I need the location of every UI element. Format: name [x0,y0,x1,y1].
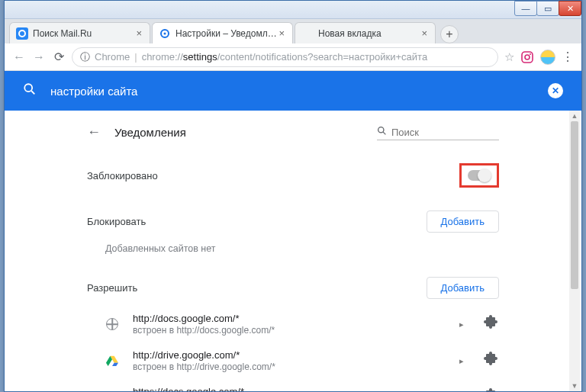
site-embed: встроен в http://drive.google.com/* [133,361,459,372]
site-url: http://docs.google.com/* [133,313,459,324]
svg-point-5 [525,55,530,59]
block-section-label: Блокировать [87,216,427,227]
svg-point-7 [24,84,32,92]
tab-title: Настройки – Уведомления [175,28,277,39]
settings-search-query[interactable]: настройки сайта [50,85,548,98]
svg-point-9 [378,127,384,133]
browser-tab[interactable]: Новая вкладка × [295,22,436,43]
panel-search[interactable] [377,124,499,140]
notifications-toggle[interactable] [468,170,491,181]
browser-toolbar: ← → ⟳ ⓘ Chrome | chrome://settings/conte… [5,43,581,71]
tab-title: Поиск Mail.Ru [33,28,134,39]
address-bar[interactable]: ⓘ Chrome | chrome://settings/content/not… [72,47,498,67]
svg-line-10 [383,132,385,134]
menu-icon[interactable]: ⋮ [562,50,574,64]
browser-tab[interactable]: Поиск Mail.Ru × [9,22,150,43]
extension-icon[interactable] [482,352,499,371]
tab-title: Новая вкладка [318,28,420,39]
svg-rect-4 [522,52,533,63]
back-button[interactable]: ← [12,50,26,64]
tab-close-icon[interactable]: × [420,27,429,39]
add-block-button[interactable]: Добавить [427,210,499,233]
tab-close-icon[interactable]: × [277,27,286,39]
blank-icon [301,27,314,40]
bookmark-star-icon[interactable]: ☆ [504,50,514,64]
notifications-panel: ← Уведомления Заблокировано [87,111,499,391]
site-url: http://drive.google.com/* [133,349,459,361]
content-area: ← Уведомления Заблокировано [5,111,581,391]
browser-window: — ▭ ✕ Поиск Mail.Ru × Настройки – Уведом… [4,0,582,392]
svg-rect-0 [16,27,28,40]
tab-strip: Поиск Mail.Ru × Настройки – Уведомления … [5,19,581,43]
scroll-down-arrow-icon[interactable]: ▼ [569,381,580,391]
url-host: chrome:// [142,51,183,63]
site-embed: встроен в http://docs.google.com/* [133,325,459,336]
globe-icon [105,390,119,391]
details-arrow-icon[interactable]: ▸ [459,356,464,366]
instagram-extension-icon[interactable] [520,50,534,64]
url-path-dark: settings [183,51,217,63]
browser-tab[interactable]: Настройки – Уведомления × [152,22,293,43]
maximize-icon: ▭ [544,4,552,14]
reload-button[interactable]: ⟳ [52,50,66,64]
mailru-icon [16,27,28,40]
search-icon [377,126,387,138]
drive-icon [105,354,119,368]
extension-icon[interactable] [482,315,499,334]
extension-icon[interactable] [482,388,499,392]
highlight-box [459,163,499,188]
add-allow-button[interactable]: Добавить [427,277,499,299]
new-tab-button[interactable]: + [440,25,459,43]
minimize-icon: — [522,4,530,13]
settings-back-button[interactable]: ← [87,124,101,140]
page-title: Уведомления [114,126,377,139]
allow-list: http://docs.google.com/* встроен в http:… [87,305,499,391]
clear-search-button[interactable]: ✕ [548,83,563,98]
svg-marker-12 [112,363,118,366]
panel-search-input[interactable] [391,127,499,138]
window-close-button[interactable]: ✕ [559,1,581,16]
site-info-icon[interactable]: ⓘ [80,50,90,64]
globe-icon [105,317,119,331]
site-url: https://docs.google.com/* [133,386,459,391]
site-row: http://drive.google.com/* встроен в http… [87,342,499,378]
settings-search-banner: настройки сайта ✕ [5,71,581,111]
url-scheme-label: Chrome [95,51,130,63]
site-row: https://docs.google.com/* встроен в http… [87,378,499,391]
svg-line-8 [31,91,34,94]
close-icon: ✕ [567,4,574,14]
search-icon [23,82,37,99]
window-titlebar: — ▭ ✕ [5,1,581,19]
tab-close-icon[interactable]: × [134,27,143,39]
vertical-scrollbar[interactable]: ▲ ▼ [569,111,580,391]
window-minimize-button[interactable]: — [514,1,537,16]
forward-button[interactable]: → [32,50,46,64]
scrollbar-thumb[interactable] [571,121,578,289]
block-empty-text: Добавленных сайтов нет [87,233,499,254]
window-maximize-button[interactable]: ▭ [536,1,559,16]
details-arrow-icon[interactable]: ▸ [459,320,464,329]
scroll-up-arrow-icon[interactable]: ▲ [569,111,580,121]
blocked-toggle-label: Заблокировано [87,170,459,182]
profile-avatar[interactable] [540,50,555,65]
svg-point-3 [164,32,166,34]
url-path-rest: /content/notifications?search=настройки+… [217,51,428,63]
allow-section-label: Разрешить [87,282,427,294]
gear-icon [159,27,171,40]
site-row: http://docs.google.com/* встроен в http:… [87,305,499,342]
svg-point-6 [530,53,531,55]
